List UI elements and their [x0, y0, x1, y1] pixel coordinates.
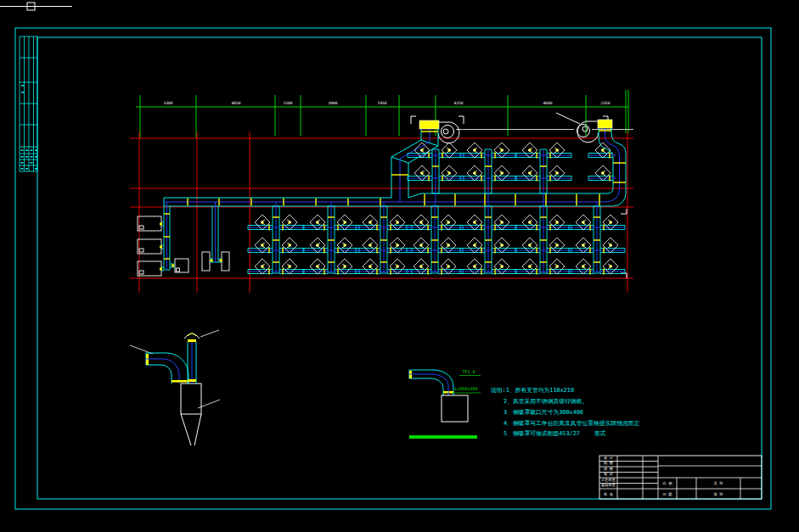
title-row-label: 校 对 — [604, 472, 614, 476]
detail-height-label: TF1.8 — [462, 369, 475, 374]
sheet-label: 第 张 — [714, 492, 724, 496]
flange — [188, 339, 196, 342]
dim-label: 1500 — [284, 101, 293, 105]
title-row-label: 描 图 — [604, 467, 613, 471]
fan-outlet-duct — [419, 120, 439, 129]
title-row-label: 批 准 — [603, 492, 614, 496]
dim-label: 1950 — [378, 101, 387, 105]
note-line: 形式 — [594, 430, 606, 437]
fan-outlet-duct — [598, 120, 612, 128]
note-line: 说明:1、所有支管均为110x210 — [491, 387, 574, 394]
dim-label: 3300 — [164, 101, 173, 105]
dim-label: 2350 — [601, 101, 611, 105]
scale-bar — [409, 435, 477, 439]
flange — [188, 379, 196, 382]
note-line: 2、风管采用不锈钢及镀锌钢板。 — [504, 398, 588, 405]
title-row-label: 设 计 — [604, 456, 614, 460]
date-label: 日 期 — [663, 492, 672, 496]
dim-label: 4600 — [543, 101, 553, 105]
dim-label: 3900 — [329, 101, 338, 105]
dim-label: 4250 — [454, 101, 464, 105]
title-row-label: 工艺检查 — [600, 478, 616, 482]
dim-label: 4650 — [232, 101, 241, 105]
note-line: 3、侧吸罩吸口尺寸为300x400 — [504, 409, 583, 416]
drawing-background — [0, 0, 799, 532]
note-line: 5、侧吸罩可做成附图453/27 — [504, 430, 580, 437]
detail-size-label: L=500x300 — [454, 386, 477, 391]
sheets-label: 共 张 — [714, 481, 724, 485]
cad-canvas[interactable]: 33004650150039001950425046002350 — [0, 0, 799, 532]
flange — [172, 380, 188, 383]
note-line: 4、侧吸罩与工作台距离及风管位置根据实际情况而定 — [504, 420, 640, 427]
title-row-label: 制 图 — [604, 461, 613, 465]
